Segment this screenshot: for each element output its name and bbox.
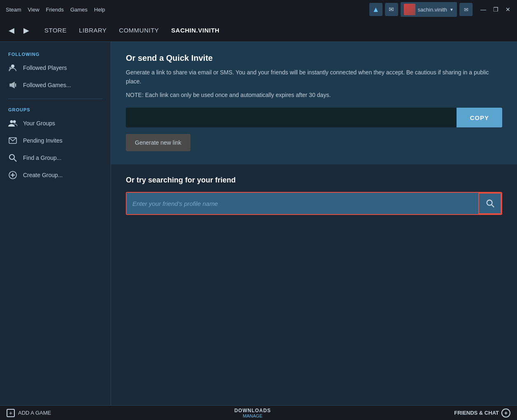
menu-steam[interactable]: Steam xyxy=(3,5,24,14)
pending-invites-label: Pending Invites xyxy=(23,137,63,144)
search-icon xyxy=(8,153,17,162)
sidebar-item-find-group[interactable]: Find a Group... xyxy=(0,149,111,166)
groups-icon xyxy=(8,119,17,128)
quick-invite-title: Or send a Quick Invite xyxy=(126,53,502,63)
quick-invite-desc: Generate a link to share via email or SM… xyxy=(126,68,502,86)
title-bar: Steam View Friends Games Help ▲ ✉ sachin… xyxy=(0,0,517,19)
downloads-sub: Manage xyxy=(243,413,262,418)
copy-row: COPY xyxy=(126,108,502,127)
followed-games-label: Followed Games... xyxy=(23,82,71,88)
svg-line-13 xyxy=(491,205,494,207)
invite-link-input[interactable] xyxy=(126,108,457,127)
friend-search-input[interactable] xyxy=(127,193,478,214)
svg-point-1 xyxy=(9,67,12,69)
maximize-button[interactable]: ❐ xyxy=(490,4,501,15)
search-button[interactable] xyxy=(478,193,501,214)
nav-links: STORE LIBRARY COMMUNITY SACHIN.VINITH xyxy=(39,24,225,36)
add-game-button[interactable]: + ADD A GAME xyxy=(0,409,58,417)
envelope-icon xyxy=(8,136,17,145)
nav-community[interactable]: COMMUNITY xyxy=(113,24,165,36)
main-layout: FOLLOWING Followed Players Followed Game… xyxy=(0,42,517,405)
sidebar-item-pending-invites[interactable]: Pending Invites xyxy=(0,132,111,149)
quick-invite-note: NOTE: Each link can only be used once an… xyxy=(126,90,502,99)
nav-library[interactable]: LIBRARY xyxy=(73,24,112,36)
svg-marker-2 xyxy=(10,82,14,88)
search-section: Or try searching for your friend xyxy=(111,164,517,228)
svg-point-4 xyxy=(10,120,13,123)
sidebar: FOLLOWING Followed Players Followed Game… xyxy=(0,42,111,405)
avatar xyxy=(404,4,415,15)
title-bar-left: Steam View Friends Games Help xyxy=(3,5,108,14)
nav-username[interactable]: SACHIN.VINITH xyxy=(165,24,225,36)
friend-requests-icon[interactable]: ✉ xyxy=(459,3,473,16)
mail-icon[interactable]: ✉ xyxy=(385,3,398,16)
copy-button[interactable]: COPY xyxy=(457,108,502,127)
notification-icon[interactable]: ▲ xyxy=(369,3,383,16)
plus-circle-icon xyxy=(8,171,17,180)
chevron-down-icon: ▼ xyxy=(450,7,454,12)
title-bar-right: ▲ ✉ sachin.vinith ▼ ✉ — ❐ ✕ xyxy=(369,2,514,17)
friends-chat-button[interactable]: FRIENDS & CHAT + xyxy=(447,408,517,418)
forward-button[interactable]: ▶ xyxy=(20,24,33,37)
back-button[interactable]: ◀ xyxy=(5,24,18,37)
groups-section-label: GROUPS xyxy=(0,104,111,115)
followed-players-label: Followed Players xyxy=(23,65,67,71)
megaphone-icon xyxy=(8,81,17,90)
menu-friends[interactable]: Friends xyxy=(44,5,66,14)
sidebar-item-followed-games[interactable]: Followed Games... xyxy=(0,76,111,94)
following-section-label: FOLLOWING xyxy=(0,48,111,59)
svg-point-12 xyxy=(487,200,492,205)
find-group-label: Find a Group... xyxy=(23,155,61,161)
bottom-bar: + ADD A GAME DOWNLOADS Manage FRIENDS & … xyxy=(0,405,517,420)
close-button[interactable]: ✕ xyxy=(502,4,514,15)
sidebar-item-followed-players[interactable]: Followed Players xyxy=(0,59,111,76)
content-area: Or send a Quick Invite Generate a link t… xyxy=(111,42,517,405)
sidebar-item-create-group[interactable]: Create Group... xyxy=(0,166,111,184)
search-button-icon xyxy=(486,199,495,208)
sidebar-item-your-groups[interactable]: Your Groups xyxy=(0,115,111,132)
add-game-label: ADD A GAME xyxy=(18,410,51,416)
nav-store[interactable]: STORE xyxy=(39,24,72,36)
search-row xyxy=(126,192,502,215)
plus-icon: + xyxy=(7,409,15,417)
minimize-button[interactable]: — xyxy=(478,4,489,15)
downloads-button[interactable]: DOWNLOADS Manage xyxy=(58,408,447,418)
sidebar-divider xyxy=(8,99,102,99)
svg-point-0 xyxy=(11,65,14,68)
create-group-label: Create Group... xyxy=(23,172,63,178)
menu-help[interactable]: Help xyxy=(92,5,108,14)
downloads-label: DOWNLOADS xyxy=(234,408,271,413)
menu-games[interactable]: Games xyxy=(68,5,90,14)
svg-point-5 xyxy=(13,120,16,123)
nav-bar: ◀ ▶ STORE LIBRARY COMMUNITY SACHIN.VINIT… xyxy=(0,19,517,42)
friends-chat-plus-icon: + xyxy=(501,408,510,418)
your-groups-label: Your Groups xyxy=(23,120,55,127)
search-section-title: Or try searching for your friend xyxy=(126,176,502,185)
username-label: sachin.vinith xyxy=(418,7,447,13)
window-controls: — ❐ ✕ xyxy=(478,4,514,15)
svg-line-8 xyxy=(14,159,16,162)
user-button[interactable]: sachin.vinith ▼ xyxy=(401,2,457,17)
menu-view[interactable]: View xyxy=(26,5,42,14)
friends-chat-label: FRIENDS & CHAT xyxy=(454,410,499,416)
person-icon xyxy=(8,63,17,72)
svg-point-7 xyxy=(9,155,14,159)
nav-arrows: ◀ ▶ xyxy=(5,24,33,37)
quick-invite-section: Or send a Quick Invite Generate a link t… xyxy=(111,42,517,164)
generate-link-button[interactable]: Generate new link xyxy=(126,134,190,151)
